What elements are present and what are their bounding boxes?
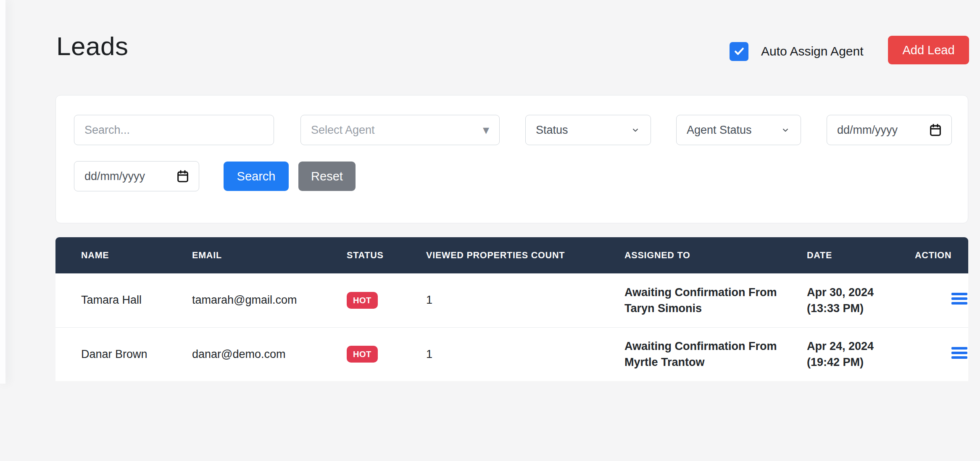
leads-page: Leads Auto Assign Agent Add Lead Select … <box>0 0 980 461</box>
checkmark-icon <box>733 45 745 57</box>
assigned-to-text[interactable]: Awaiting Confirmation From Taryn Simonis <box>624 273 807 327</box>
auto-assign-label: Auto Assign Agent <box>761 44 864 58</box>
status-badge: HOT <box>347 346 378 363</box>
column-header-email: EMAIL <box>192 237 347 273</box>
date-from-field <box>827 115 952 145</box>
auto-assign-checkbox[interactable] <box>730 42 748 61</box>
lead-email: tamarah@gmail.com <box>192 273 347 327</box>
triangle-down-icon: ▾ <box>483 124 489 136</box>
lead-date-line: Apr 30, 2024 <box>807 284 915 300</box>
chevron-down-icon <box>780 125 790 135</box>
column-header-name: NAME <box>55 237 192 273</box>
assigned-to-text[interactable]: Awaiting Confirmation From Myrtle Tranto… <box>624 327 807 381</box>
agent-status-placeholder: Agent Status <box>687 124 752 137</box>
chevron-down-icon <box>630 125 640 135</box>
reset-button[interactable]: Reset <box>298 162 356 191</box>
status-badge: HOT <box>347 292 378 309</box>
column-header-assigned-to: ASSIGNED TO <box>624 237 807 273</box>
select-agent-dropdown[interactable]: Select Agent ▾ <box>300 115 500 145</box>
row-actions-menu-icon[interactable] <box>951 343 968 363</box>
filters-panel: Select Agent ▾ Status Agent Status <box>55 95 968 223</box>
date-to-input[interactable] <box>74 161 199 191</box>
leads-table: NAME EMAIL STATUS VIEWED PROPERTIES COUN… <box>55 237 968 381</box>
lead-time-line: (19:42 PM) <box>807 354 915 370</box>
date-to-field <box>74 161 199 191</box>
column-header-action: ACTION <box>915 237 968 273</box>
agent-status-dropdown[interactable]: Agent Status <box>676 115 801 145</box>
row-actions-menu-icon[interactable] <box>951 289 968 308</box>
add-lead-button[interactable]: Add Lead <box>888 36 969 64</box>
select-agent-placeholder: Select Agent <box>311 124 375 137</box>
lead-date: Apr 24, 2024 (19:42 PM) <box>807 327 915 381</box>
table-row: Danar Brown danar@demo.com HOT 1 Awaitin… <box>55 327 968 381</box>
table-header-row: NAME EMAIL STATUS VIEWED PROPERTIES COUN… <box>55 237 968 273</box>
collapsed-sidebar-edge <box>0 0 5 384</box>
lead-name: Danar Brown <box>55 327 192 381</box>
column-header-status: STATUS <box>347 237 426 273</box>
lead-date: Apr 30, 2024 (13:33 PM) <box>807 273 915 327</box>
column-header-viewed-properties-count: VIEWED PROPERTIES COUNT <box>426 237 624 273</box>
auto-assign-agent-toggle[interactable]: Auto Assign Agent <box>730 42 864 61</box>
viewed-properties-count: 1 <box>426 327 624 381</box>
viewed-properties-count: 1 <box>426 273 624 327</box>
lead-time-line: (13:33 PM) <box>807 300 915 316</box>
status-dropdown[interactable]: Status <box>525 115 651 145</box>
page-title: Leads <box>56 31 128 61</box>
lead-date-line: Apr 24, 2024 <box>807 338 915 354</box>
date-from-input[interactable] <box>827 115 952 145</box>
status-placeholder: Status <box>536 124 568 137</box>
search-input[interactable] <box>74 115 274 145</box>
table-row: Tamara Hall tamarah@gmail.com HOT 1 Awai… <box>55 273 968 327</box>
lead-name: Tamara Hall <box>55 273 192 327</box>
search-button[interactable]: Search <box>224 162 289 191</box>
column-header-date: DATE <box>807 237 915 273</box>
lead-email: danar@demo.com <box>192 327 347 381</box>
